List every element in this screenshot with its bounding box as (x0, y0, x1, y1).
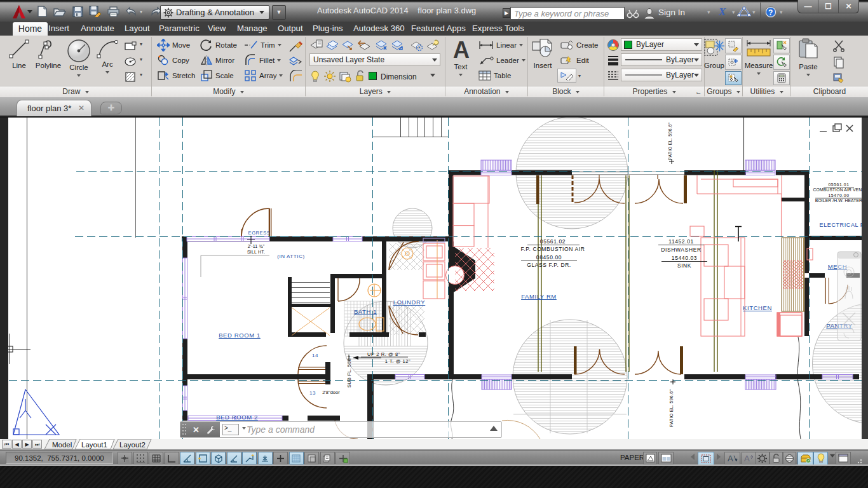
svg-text:08450.00: 08450.00 (536, 254, 562, 261)
svg-text:PATIO EL. 596.6": PATIO EL. 596.6" (669, 390, 674, 427)
svg-text:A: A (728, 454, 733, 463)
svg-text:BOILER /H.W. HEATER: BOILER /H.W. HEATER (815, 198, 862, 203)
svg-text:X: X (718, 6, 726, 17)
svg-text:2'8"door: 2'8"door (322, 390, 340, 395)
svg-text:15470.00: 15470.00 (828, 193, 849, 198)
svg-text:2'-11 ¾": 2'-11 ¾" (248, 244, 265, 248)
svg-text:COMBUSTION AIR VENT: COMBUSTION AIR VENT (813, 187, 865, 192)
svg-text:Layout1: Layout1 (81, 441, 107, 449)
svg-text:11452.01: 11452.01 (668, 238, 694, 245)
svg-text:05561.01: 05561.01 (828, 182, 849, 187)
svg-text:14: 14 (312, 353, 318, 358)
svg-text:BED ROOM 1: BED ROOM 1 (219, 332, 261, 339)
svg-text:SUB FL. 598+: SUB FL. 598+ (346, 355, 352, 388)
svg-text:(IN ATTIC): (IN ATTIC) (277, 254, 305, 259)
svg-text:DISHWASHER: DISHWASHER (661, 247, 701, 253)
svg-text:Layout2: Layout2 (119, 441, 146, 449)
svg-text:KITCHEN: KITCHEN (743, 304, 772, 311)
svg-text:FAMILY RM: FAMILY RM (521, 293, 557, 300)
svg-text:EGRESS: EGRESS (248, 230, 271, 236)
svg-text:?: ? (768, 8, 773, 17)
svg-text:13: 13 (309, 390, 316, 396)
svg-text:15440.03: 15440.03 (672, 255, 697, 261)
svg-text:ELECTRICAL P.: ELECTRICAL P. (820, 222, 866, 228)
svg-text:BATH 1: BATH 1 (354, 308, 377, 315)
svg-text:UP 2 R. @ 8": UP 2 R. @ 8" (367, 351, 400, 357)
svg-text:A: A (453, 38, 470, 61)
svg-text:SILL HT.: SILL HT. (247, 250, 265, 254)
svg-text:A: A (744, 454, 750, 463)
svg-text:PATIO EL. 596.6": PATIO EL. 596.6" (668, 123, 672, 160)
svg-text:LOUNDRY: LOUNDRY (393, 299, 426, 306)
svg-text:1 T. @ 12": 1 T. @ 12" (385, 358, 411, 364)
svg-text:F.P. COMBUSTION AIR: F.P. COMBUSTION AIR (521, 246, 585, 252)
svg-text:GLASS F.P. DR.: GLASS F.P. DR. (527, 262, 571, 268)
svg-text:SINK: SINK (677, 262, 691, 269)
svg-text:05561.02: 05561.02 (540, 238, 566, 245)
svg-text:Model: Model (52, 441, 72, 449)
svg-text:BED ROOM 2: BED ROOM 2 (216, 414, 258, 421)
